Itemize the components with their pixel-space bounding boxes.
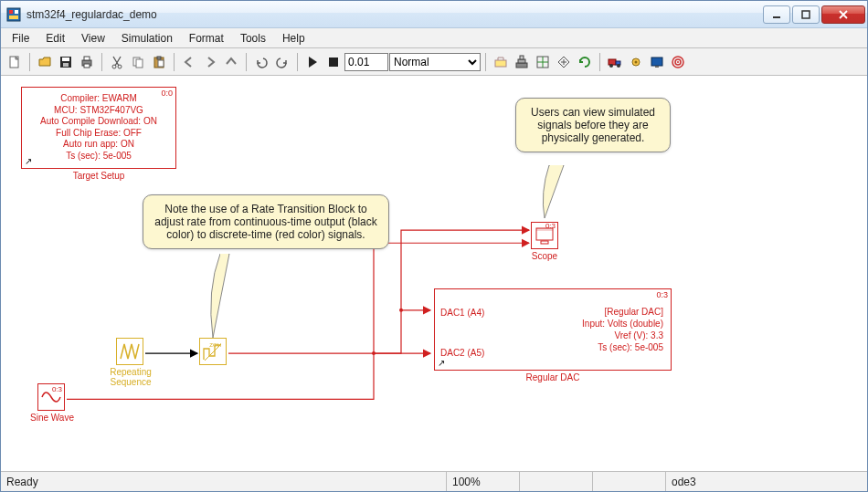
window-title: stm32f4_regulardac_demo (26, 8, 761, 21)
copy-button[interactable] (128, 52, 148, 72)
svg-rect-21 (495, 60, 506, 67)
svg-point-14 (118, 65, 122, 68)
svg-rect-11 (84, 57, 90, 60)
svg-rect-23 (518, 59, 525, 63)
menu-bar: File Edit View Simulation Format Tools H… (1, 28, 867, 48)
dac-port-1: DAC1 (A4) (440, 308, 484, 318)
status-empty-1 (520, 472, 593, 491)
toolbar-separator (599, 53, 600, 71)
open-button[interactable] (35, 52, 55, 72)
svg-point-38 (399, 309, 403, 312)
repeating-sequence-block[interactable] (116, 338, 143, 365)
target-setup-line: Ts (sec): 5e-005 (27, 151, 170, 162)
svg-rect-5 (802, 11, 810, 18)
build-icon[interactable] (512, 52, 532, 72)
simulation-time-input[interactable] (344, 53, 388, 71)
window-controls (761, 5, 865, 24)
tool-truck-icon[interactable] (605, 52, 625, 72)
toolbar: Normal (1, 48, 867, 76)
tool-icon-3[interactable] (533, 52, 553, 72)
tool-screen-icon[interactable] (647, 52, 667, 72)
status-ready: Ready (1, 472, 447, 491)
svg-point-31 (635, 60, 638, 63)
dac-info: Vref (V): 3.3 (582, 330, 663, 341)
svg-rect-1 (9, 10, 13, 14)
menu-edit[interactable]: Edit (38, 30, 72, 47)
link-mark-icon: ↗ (438, 358, 445, 368)
dac-info: [Regular DAC] (582, 306, 663, 318)
redo-button[interactable] (272, 52, 292, 72)
maximize-button[interactable] (792, 5, 820, 24)
forward-button[interactable] (200, 52, 220, 72)
rate-transition-callout: Note the use of a Rate Transition Block … (143, 194, 389, 249)
print-button[interactable] (77, 52, 97, 72)
callout-tail-icon (202, 254, 248, 345)
regular-dac-label: Regular DAC (434, 372, 672, 382)
scope-label: Scope (522, 251, 567, 261)
paste-button[interactable] (149, 52, 169, 72)
status-zoom: 100% (447, 472, 520, 491)
back-button[interactable] (179, 52, 199, 72)
tool-icon-4[interactable] (554, 52, 574, 72)
refresh-icon[interactable] (575, 52, 595, 72)
toolbar-separator (485, 53, 486, 71)
new-button[interactable] (5, 52, 25, 72)
menu-format[interactable]: Format (182, 30, 231, 47)
callout-tail-icon (540, 165, 577, 225)
svg-point-28 (609, 64, 613, 68)
svg-rect-20 (329, 58, 338, 67)
diagram-canvas[interactable]: 0:0 Compiler: EWARM MCU: STM32F407VG Aut… (1, 76, 867, 471)
svg-rect-8 (62, 58, 69, 61)
menu-simulation[interactable]: Simulation (114, 30, 180, 47)
status-bar: Ready 100% ode3 (1, 471, 867, 491)
dac-info: Ts (sec): 5e-005 (582, 341, 663, 353)
minimize-button[interactable] (763, 5, 790, 24)
svg-rect-4 (773, 16, 780, 18)
scope-block[interactable]: 0:3 (531, 222, 558, 249)
menu-view[interactable]: View (74, 30, 112, 47)
callout-text: Users can view simulated signals before … (531, 106, 655, 144)
svg-rect-2 (15, 10, 18, 14)
regular-dac-block[interactable]: 0:3 DAC1 (A4) DAC2 (A5) [Regular DAC] In… (434, 288, 672, 371)
rate-transition-block[interactable]: ZOH (199, 338, 227, 365)
simulation-mode-select[interactable]: Normal (389, 53, 481, 71)
run-button[interactable] (302, 52, 323, 72)
tool-gear-icon[interactable] (626, 52, 646, 72)
tool-target-icon[interactable] (668, 52, 688, 72)
svg-rect-3 (9, 16, 18, 19)
svg-rect-19 (158, 60, 164, 67)
up-button[interactable] (221, 52, 241, 72)
toolbar-separator (29, 53, 30, 71)
scope-callout: Users can view simulated signals before … (515, 98, 671, 152)
toolbar-separator (297, 53, 298, 71)
svg-rect-33 (655, 66, 659, 68)
stop-button[interactable] (323, 52, 344, 72)
svg-rect-9 (63, 63, 69, 67)
svg-point-36 (677, 61, 679, 63)
sine-wave-label: Sine Wave (26, 413, 78, 423)
menu-help[interactable]: Help (275, 30, 312, 47)
save-button[interactable] (56, 52, 76, 72)
cut-button[interactable] (107, 52, 127, 72)
menu-file[interactable]: File (5, 30, 37, 47)
sine-wave-block[interactable]: 0:3 (37, 383, 65, 411)
svg-rect-22 (516, 63, 527, 68)
svg-rect-26 (609, 59, 616, 65)
target-setup-block[interactable]: 0:0 Compiler: EWARM MCU: STM32F407VG Aut… (21, 87, 176, 169)
callout-text: Note the use of a Rate Transition Block … (154, 203, 376, 241)
block-corner: 0:0 (161, 89, 173, 98)
app-icon (6, 7, 21, 22)
menu-tools[interactable]: Tools (233, 30, 273, 47)
svg-rect-18 (157, 57, 161, 59)
svg-rect-12 (84, 64, 90, 68)
toolbar-separator (246, 53, 247, 71)
svg-point-29 (617, 64, 620, 68)
target-setup-line: Compiler: EWARM (27, 93, 170, 105)
toolbar-separator (174, 53, 175, 71)
target-setup-line: Auto run app: ON (27, 139, 170, 151)
block-corner: 0:3 (656, 290, 668, 299)
tool-icon-1[interactable] (491, 52, 511, 72)
close-button[interactable] (821, 5, 865, 24)
undo-button[interactable] (251, 52, 271, 72)
target-setup-line: Full Chip Erase: OFF (27, 128, 170, 140)
